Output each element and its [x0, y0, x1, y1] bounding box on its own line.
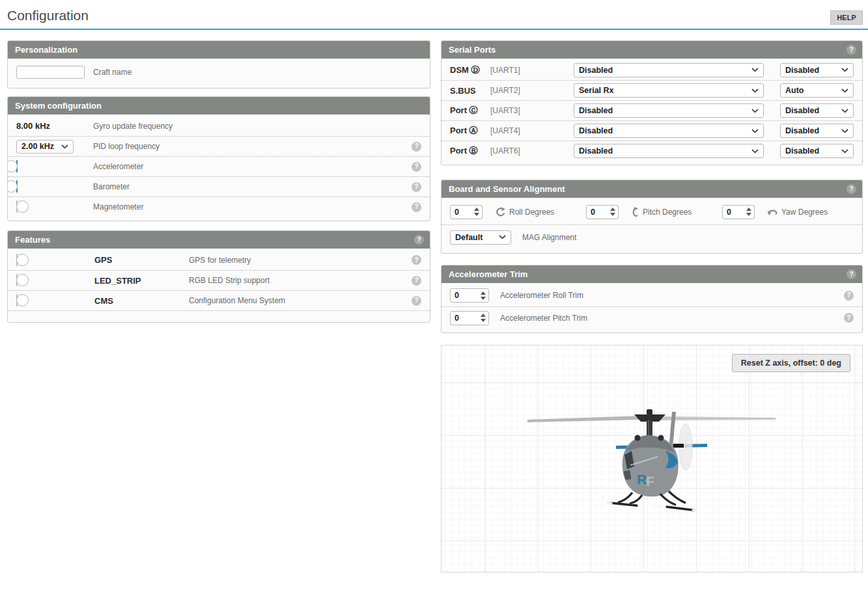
port-name: Port Ⓑ — [450, 145, 490, 157]
yaw-rotation-icon — [767, 208, 777, 216]
serial-port-row: Port Ⓒ [UART3] Disabled Disabled — [441, 100, 862, 120]
toggle-knob — [16, 294, 29, 306]
gyro-frequency-label: Gyro update frequency — [93, 122, 173, 131]
port-telemetry-select[interactable]: Disabled — [780, 124, 854, 138]
accelerometer-toggle[interactable] — [16, 160, 18, 172]
port-function-select[interactable]: Disabled — [574, 103, 764, 118]
help-icon[interactable]: ? — [412, 255, 421, 265]
chevron-down-icon — [751, 109, 759, 113]
pitch-degrees-spinner[interactable]: 0 — [586, 205, 619, 219]
panel-title: Features — [15, 235, 50, 245]
personalization-body: Craft name — [8, 59, 430, 88]
accelerometer-trim-header: Accelerometer Trim ? — [441, 265, 862, 283]
feature-name: CMS — [94, 296, 189, 306]
help-icon[interactable]: ? — [412, 162, 421, 172]
pid-frequency-label: PID loop frequency — [93, 142, 160, 151]
barometer-toggle[interactable] — [16, 180, 18, 193]
spinner-up-icon[interactable] — [474, 208, 479, 211]
help-icon[interactable]: ? — [412, 142, 421, 152]
spinner-down-icon[interactable] — [481, 297, 486, 300]
system-configuration-header: System configuration — [8, 97, 430, 115]
help-icon[interactable]: ? — [412, 182, 421, 192]
panel-title: Accelerometer Trim — [449, 269, 527, 279]
spinner-up-icon[interactable] — [481, 291, 486, 295]
spinner-up-icon[interactable] — [610, 208, 615, 211]
serial-ports-header: Serial Ports ? — [441, 41, 862, 59]
alignment-degrees-row: 0 Roll Degrees 0 — [441, 199, 862, 224]
help-icon[interactable]: ? — [412, 276, 421, 286]
mag-alignment-select[interactable]: Default — [450, 230, 511, 245]
port-function-select[interactable]: Disabled — [574, 63, 764, 77]
panel-title: System configuration — [15, 101, 102, 111]
serial-port-row: Port Ⓑ [UART6] Disabled Disabled — [441, 141, 862, 161]
help-icon[interactable]: ? — [847, 269, 856, 279]
pid-frequency-select[interactable]: 2.00 kHz — [16, 140, 74, 154]
spinner-down-icon[interactable] — [746, 213, 751, 216]
accelerometer-label: Accelerometer — [93, 162, 143, 171]
port-telemetry-select[interactable]: Auto — [780, 83, 854, 98]
page-header: Configuration HELP — [0, 0, 868, 30]
accel-roll-trim-label: Accelerometer Roll Trim — [500, 291, 583, 300]
port-function-select[interactable]: Serial Rx — [574, 83, 764, 98]
pid-frequency-row: 2.00 kHz PID loop frequency ? — [8, 136, 430, 156]
craft-name-row: Craft name — [8, 60, 430, 84]
accel-roll-trim-row: 0 Accelerometer Roll Trim ? — [441, 284, 862, 306]
help-button[interactable]: HELP — [830, 10, 863, 25]
pitch-rotation-icon — [631, 207, 639, 217]
left-column: Personalization Craft name System config… — [7, 40, 430, 323]
chevron-down-icon — [751, 149, 759, 154]
features-header: Features ? — [8, 231, 430, 249]
spinner-up-icon[interactable] — [746, 208, 751, 211]
yaw-degrees-label: Yaw Degrees — [781, 208, 828, 217]
divider — [8, 310, 430, 318]
personalization-panel: Personalization Craft name — [7, 40, 430, 88]
chevron-down-icon — [841, 149, 848, 154]
port-telemetry-select[interactable]: Disabled — [780, 63, 854, 77]
port-uart: [UART3] — [490, 106, 574, 115]
magnetometer-toggle[interactable] — [16, 200, 18, 213]
port-uart: [UART4] — [490, 126, 574, 135]
serial-port-row: S.BUS [UART2] Serial Rx Auto — [441, 80, 862, 100]
gyro-frequency-value: 8.00 kHz — [16, 121, 93, 131]
feature-desc: RGB LED Strip support — [189, 276, 270, 285]
port-function-select[interactable]: Disabled — [574, 124, 764, 138]
help-icon[interactable]: ? — [844, 313, 854, 323]
accel-pitch-trim-spinner[interactable]: 0 — [450, 311, 489, 325]
port-telemetry-select[interactable]: Disabled — [780, 144, 854, 158]
spinner-down-icon[interactable] — [481, 319, 486, 322]
help-icon[interactable]: ? — [847, 184, 856, 194]
help-icon[interactable]: ? — [844, 291, 854, 301]
toggle-knob — [16, 254, 29, 266]
toggle-knob — [7, 180, 18, 193]
craft-name-label: Craft name — [93, 68, 132, 77]
chevron-down-icon — [61, 144, 68, 149]
help-icon[interactable]: ? — [847, 45, 856, 55]
barometer-label: Barometer — [93, 182, 130, 191]
personalization-header: Personalization — [8, 41, 430, 59]
help-icon[interactable]: ? — [412, 296, 421, 306]
yaw-degrees-spinner[interactable]: 0 — [722, 205, 755, 219]
roll-degrees-spinner[interactable]: 0 — [450, 205, 483, 219]
spinner-down-icon[interactable] — [474, 213, 479, 216]
model-viewer[interactable]: Reset Z axis, offset: 0 deg — [441, 345, 863, 573]
led-strip-toggle[interactable] — [16, 274, 18, 286]
serial-port-row: Port Ⓐ [UART4] Disabled Disabled — [441, 120, 862, 141]
help-icon[interactable]: ? — [414, 235, 424, 245]
feature-desc: Configuration Menu System — [189, 296, 285, 305]
helicopter-model: R F — [526, 405, 783, 515]
craft-name-input[interactable] — [16, 66, 85, 79]
spinner-down-icon[interactable] — [610, 213, 615, 216]
chevron-down-icon — [751, 129, 759, 133]
toggle-knob — [16, 200, 29, 213]
port-telemetry-select[interactable]: Disabled — [780, 103, 854, 118]
accel-roll-trim-spinner[interactable]: 0 — [450, 288, 489, 303]
feature-row-cms: CMS Configuration Menu System ? — [8, 290, 430, 310]
reset-z-axis-button[interactable]: Reset Z axis, offset: 0 deg — [732, 354, 850, 372]
cms-toggle[interactable] — [16, 294, 18, 306]
accelerometer-trim-body: 0 Accelerometer Roll Trim ? 0 Accelerome… — [441, 283, 862, 332]
port-function-select[interactable]: Disabled — [574, 144, 764, 158]
help-icon[interactable]: ? — [412, 202, 421, 212]
gps-toggle[interactable] — [16, 254, 18, 266]
mag-alignment-row: Default MAG Alignment — [441, 224, 862, 249]
spinner-up-icon[interactable] — [481, 314, 486, 317]
